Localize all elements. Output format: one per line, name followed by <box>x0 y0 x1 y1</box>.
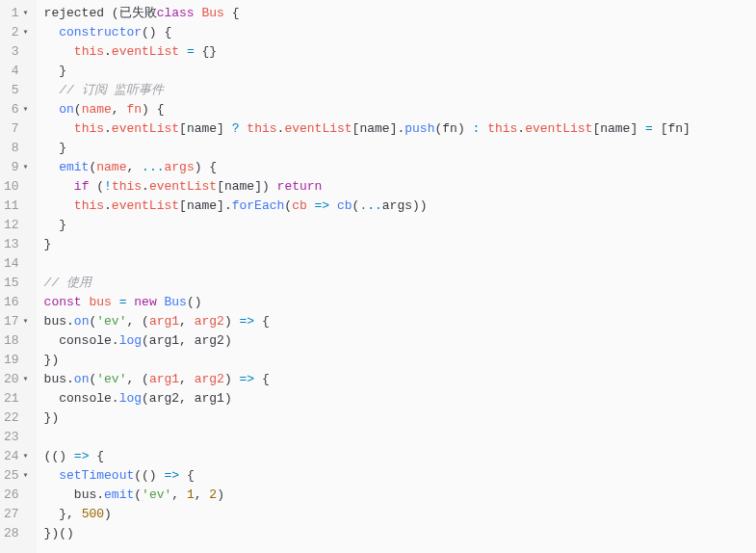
token-kw: const <box>44 295 82 309</box>
line-number: 17 <box>4 312 19 331</box>
token-pun: . <box>104 121 112 136</box>
code-line[interactable]: // 使用 <box>44 274 756 293</box>
token-pun: ) <box>224 314 232 329</box>
token-op: => <box>74 449 90 463</box>
token-num: 2 <box>209 487 217 502</box>
token-pun: ) <box>224 372 232 386</box>
code-line[interactable]: } <box>44 139 756 158</box>
code-line[interactable]: constructor() { <box>44 23 756 42</box>
code-line[interactable]: this.eventList = {} <box>44 42 756 62</box>
token-op: ? <box>232 121 240 136</box>
token-fn: on <box>74 314 90 329</box>
token-prop: eventList <box>112 44 179 59</box>
token-pun: }) <box>44 410 60 425</box>
code-line[interactable]: if (!this.eventList[name]) return <box>44 177 756 197</box>
token-str: 'ev' <box>96 372 126 386</box>
token-pun: }, <box>59 507 81 521</box>
fold-icon[interactable]: ▾ <box>21 447 31 466</box>
token-plain: name <box>187 121 217 136</box>
code-line[interactable]: console.log(arg1, arg2) <box>44 331 756 351</box>
code-line[interactable]: bus.on('ev', (arg1, arg2) => { <box>44 370 756 389</box>
token-kw: new <box>134 295 156 309</box>
gutter-line: 1▾ <box>4 4 31 23</box>
gutter-line: 14 <box>4 254 31 274</box>
token-pun: . <box>112 391 119 406</box>
line-number: 16 <box>4 293 19 312</box>
token-prop: eventList <box>525 121 592 136</box>
fold-icon[interactable]: ▾ <box>21 4 31 23</box>
code-line[interactable] <box>44 254 756 274</box>
code-line[interactable] <box>44 428 756 447</box>
token-fn: Bus <box>165 295 187 309</box>
token-cmt: // 订阅 监听事件 <box>59 83 164 97</box>
line-number: 14 <box>4 254 19 274</box>
code-line[interactable]: this.eventList[name].forEach(cb => cb(..… <box>44 197 756 216</box>
token-id: name <box>82 102 112 117</box>
token-this: this <box>487 121 517 136</box>
code-line[interactable]: })() <box>44 524 756 543</box>
token-fn: emit <box>104 487 134 502</box>
token-pun: ( <box>142 333 149 348</box>
token-plain <box>480 121 487 136</box>
token-this: this <box>74 121 104 136</box>
line-number: 15 <box>4 274 19 293</box>
token-pun: ]) <box>254 179 270 194</box>
fold-icon[interactable]: ▾ <box>21 370 31 389</box>
code-line[interactable]: } <box>44 62 756 81</box>
gutter-line: 27 <box>4 505 31 524</box>
line-number: 12 <box>4 216 19 235</box>
token-id: arg2 <box>195 372 224 386</box>
code-line[interactable]: const bus = new Bus() <box>44 293 756 312</box>
token-pun: ]. <box>217 198 232 213</box>
fold-icon[interactable]: ▾ <box>21 100 31 119</box>
token-plain <box>224 121 232 136</box>
gutter-line: 9▾ <box>4 158 31 177</box>
code-line[interactable]: }, 500) <box>44 505 756 524</box>
token-plain <box>157 295 165 309</box>
code-line[interactable]: setTimeout(() => { <box>44 466 756 486</box>
token-fn: log <box>119 333 142 348</box>
gutter-line: 18 <box>4 331 31 351</box>
code-line[interactable]: }) <box>44 351 756 370</box>
code-line[interactable]: rejected (已失敗class Bus { <box>44 4 756 23</box>
token-plain: name <box>600 121 630 136</box>
line-number: 24 <box>4 447 19 466</box>
token-plain <box>638 121 645 136</box>
line-gutter: 1▾2▾3456▾789▾1011121314151617▾181920▾212… <box>0 0 37 553</box>
code-line[interactable]: bus.on('ev', (arg1, arg2) => { <box>44 312 756 331</box>
code-line[interactable]: emit(name, ...args) { <box>44 158 756 177</box>
code-line[interactable]: this.eventList[name] ? this.eventList[na… <box>44 119 756 139</box>
token-pun: [ <box>179 121 187 136</box>
line-number: 19 <box>4 351 19 370</box>
token-plain <box>254 372 262 386</box>
fold-icon[interactable]: ▾ <box>21 312 31 331</box>
token-plain <box>179 468 187 483</box>
code-area[interactable]: rejected (已失敗class Bus { constructor() {… <box>37 0 756 553</box>
token-cmt: // 使用 <box>44 276 91 290</box>
code-line[interactable]: } <box>44 235 756 254</box>
code-line[interactable]: bus.emit('ev', 1, 2) <box>44 486 756 505</box>
code-line[interactable]: (() => { <box>44 447 756 466</box>
token-fn: log <box>119 391 142 406</box>
token-kw: class <box>157 6 195 20</box>
token-str: 'ev' <box>142 487 171 502</box>
token-pun: ) <box>104 507 112 521</box>
code-line[interactable]: console.log(arg2, arg1) <box>44 389 756 408</box>
token-fn: constructor <box>59 25 142 40</box>
code-line[interactable]: // 订阅 监听事件 <box>44 81 756 100</box>
token-id: fn <box>126 102 142 117</box>
code-line[interactable]: }) <box>44 408 756 428</box>
token-op: => <box>315 198 330 213</box>
token-id: arg1 <box>149 314 179 329</box>
fold-icon[interactable]: ▾ <box>21 158 31 177</box>
code-line[interactable]: on(name, fn) { <box>44 100 756 119</box>
token-pun: (() <box>44 449 66 463</box>
code-editor[interactable]: 1▾2▾3456▾789▾1011121314151617▾181920▾212… <box>0 0 756 553</box>
token-op: = <box>645 121 653 136</box>
token-pun: [ <box>179 198 187 213</box>
code-line[interactable]: } <box>44 216 756 235</box>
fold-icon[interactable]: ▾ <box>21 466 31 486</box>
gutter-line: 22 <box>4 408 31 428</box>
fold-icon[interactable]: ▾ <box>21 23 31 42</box>
token-plain: console <box>59 391 112 406</box>
